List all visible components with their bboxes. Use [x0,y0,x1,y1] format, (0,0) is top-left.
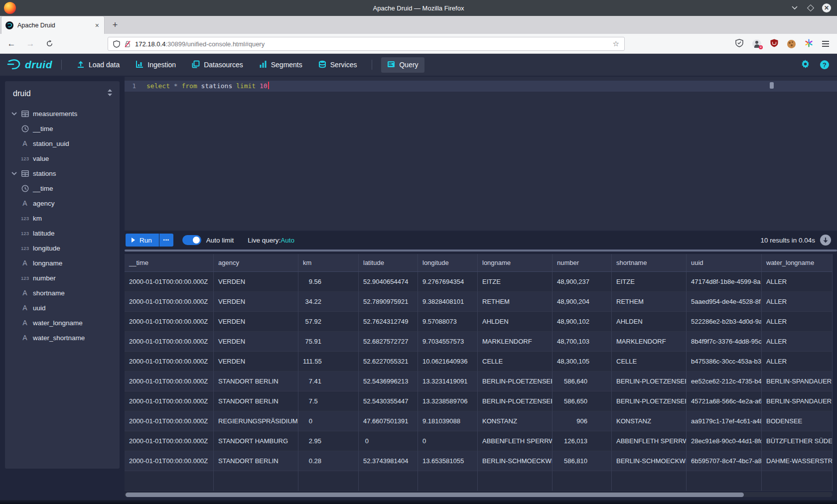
run-more-button[interactable]: ••• [159,234,173,247]
table-cell[interactable]: 0.28 [298,451,359,471]
tree-item-number[interactable]: 123number [5,270,120,285]
table-cell[interactable]: RETHEM [478,292,553,312]
table-cell[interactable]: 9.2767694354 [418,272,478,292]
reload-button[interactable] [42,36,57,51]
table-cell[interactable]: BERLIN-SCHMOECKWITZ [612,451,687,471]
tab-close-icon[interactable]: × [94,21,100,29]
live-query-value[interactable]: Auto [280,237,294,244]
table-cell[interactable]: ALLER [762,272,833,292]
table-cell[interactable]: 2000-01-01T00:00:00.000Z [125,292,214,312]
tree-item-uuid[interactable]: Auuid [5,300,120,315]
table-cell[interactable]: aa9179c1-17ef-4c61-a48 [687,411,762,431]
table-cell[interactable]: ALLER [762,352,833,372]
table-cell[interactable]: 2000-01-01T00:00:00.000Z [125,451,214,471]
table-cell[interactable]: EITZE [612,272,687,292]
tree-item-water-longname[interactable]: Awater_longname [5,315,120,330]
tree-item-agency[interactable]: Aagency [5,196,120,211]
new-tab-button[interactable]: + [109,18,122,31]
nav-item-ingestion[interactable]: Ingestion [130,57,182,73]
column-header-latitude[interactable]: latitude [359,254,418,272]
table-cell[interactable]: 0 [298,411,359,431]
table-cell[interactable]: 48,900,237 [553,272,612,292]
table-cell[interactable]: 9.56 [298,272,359,292]
table-cell[interactable]: VERDEN [214,312,298,332]
settings-gear-icon[interactable] [801,59,810,71]
nav-item-segments[interactable]: Segments [253,57,308,73]
tree-item-latitude[interactable]: 123latitude [5,226,120,241]
table-cell[interactable]: 0 [359,431,418,451]
download-icon[interactable] [820,235,831,246]
table-cell[interactable]: 57.92 [298,312,359,332]
table-cell[interactable]: VERDEN [214,292,298,312]
auto-limit-toggle[interactable] [182,235,201,245]
table-cell[interactable]: 2000-01-01T00:00:00.000Z [125,332,214,352]
nav-item-query[interactable]: Query [381,57,424,73]
tree-item---time[interactable]: __time [5,121,120,136]
table-cell[interactable]: MARKLENDORF [478,332,553,352]
query-editor[interactable]: 1 select * from stations limit 10 [125,77,837,231]
table-cell[interactable]: 586,640 [553,372,612,391]
table-cell[interactable]: 28ec91e8-90c0-44d1-8fc [687,431,762,451]
window-close-icon[interactable]: ✕ [822,3,831,12]
column-header---time[interactable]: __time [125,254,214,272]
table-cell[interactable]: BERLIN-SCHMOECKWITZ [478,451,553,471]
table-cell[interactable]: BÜTZFLETHER SÜDERE [762,431,833,451]
table-cell[interactable]: 52.5430355447 [359,391,418,411]
table-cell[interactable]: 34.22 [298,292,359,312]
table-cell[interactable]: 52.3743981404 [359,451,418,471]
table-cell[interactable]: 7.41 [298,372,359,391]
table-cell[interactable]: 2000-01-01T00:00:00.000Z [125,272,214,292]
table-cell[interactable]: VERDEN [214,272,298,292]
tree-item-measurements[interactable]: measurements [5,106,120,121]
tree-item-stations[interactable]: stations [5,166,120,181]
table-cell[interactable]: STANDORT HAMBURG [214,431,298,451]
table-cell[interactable]: 52.7624312749 [359,312,418,332]
profile-avatar-icon[interactable]: ✕ [752,39,761,48]
table-cell[interactable]: 45721a68-566c-4e2a-a6 [687,391,762,411]
chevron-down-icon[interactable] [10,112,17,116]
table-cell[interactable]: STANDORT BERLIN [214,372,298,391]
insecure-lock-icon[interactable] [124,40,131,48]
table-cell[interactable]: 52.6227055321 [359,352,418,372]
table-cell[interactable]: 47174d8f-1b8e-4599-8a [687,272,762,292]
nav-item-services[interactable]: Services [312,57,363,73]
table-cell[interactable]: 9.181039088 [418,411,478,431]
table-cell[interactable]: BERLIN-PLOETZENSEE C [478,372,553,391]
help-icon[interactable]: ? [820,60,829,69]
tree-item-station-uuid[interactable]: Astation_uuid [5,136,120,151]
table-cell[interactable]: 126,013 [553,431,612,451]
table-cell[interactable]: CELLE [478,352,553,372]
horizontal-scrollbar[interactable] [125,492,833,497]
table-cell[interactable]: DAHME-WASSERSTRAS [762,451,833,471]
table-cell[interactable]: BERLIN-PLOETZENSEE U [478,391,553,411]
nav-item-datasources[interactable]: Datasources [186,57,249,73]
table-cell[interactable]: BERLIN-SPANDAUER-S [762,391,833,411]
table-cell[interactable]: 8b4f9f7c-3376-4dd8-95c [687,332,762,352]
table-cell[interactable]: 9.3828408101 [418,292,478,312]
sort-columns-icon[interactable] [107,89,113,98]
table-cell[interactable]: RETHEM [612,292,687,312]
table-cell[interactable]: BODENSEE [762,411,833,431]
table-cell[interactable]: CELLE [612,352,687,372]
table-cell[interactable]: 48,900,204 [553,292,612,312]
table-cell[interactable]: 0 [418,431,478,451]
browser-tab[interactable]: Apache Druid × [1,16,105,34]
table-cell[interactable]: 13.653581055 [418,451,478,471]
tree-item-longitude[interactable]: 123longitude [5,241,120,255]
column-header-shortname[interactable]: shortname [612,254,687,272]
table-cell[interactable]: REGIERUNGSPRÄSIDIUM [214,411,298,431]
column-header-agency[interactable]: agency [214,254,298,272]
table-cell[interactable]: 586,650 [553,391,612,411]
horizontal-scrollbar-thumb[interactable] [126,493,744,497]
table-cell[interactable]: 13.3231419091 [418,372,478,391]
table-cell[interactable]: 2000-01-01T00:00:00.000Z [125,411,214,431]
table-cell[interactable]: AHLDEN [612,312,687,332]
cookie-icon[interactable] [787,40,796,48]
table-cell[interactable]: 48,900,102 [553,312,612,332]
table-cell[interactable]: ALLER [762,292,833,312]
table-cell[interactable]: STANDORT BERLIN [214,391,298,411]
tree-item-km[interactable]: 123km [5,211,120,226]
table-cell[interactable]: 2.95 [298,431,359,451]
window-maximize-icon[interactable] [806,3,815,12]
column-header-number[interactable]: number [553,254,612,272]
